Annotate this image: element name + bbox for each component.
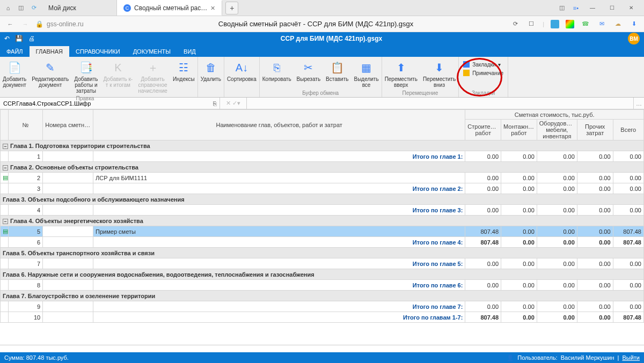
indexes-icon: ☷ xyxy=(176,60,191,75)
col-prochih[interactable]: Прочих затрат xyxy=(577,120,613,140)
group-6-header[interactable]: Глава 6. Наружные сети и сооружения водо… xyxy=(1,269,644,280)
select-all-button[interactable]: ▦Выделить все xyxy=(351,57,381,90)
cut-button[interactable]: ✂Вырезать xyxy=(294,57,323,90)
home-icon[interactable]: ⌂ xyxy=(3,3,13,13)
status-bar: Сумма: 807.48 тыс.руб. 👤 Пользователь: В… xyxy=(0,352,644,363)
group-2-header[interactable]: −Глава 2. Основные объекты строительства xyxy=(1,162,644,173)
table-row[interactable]: 10Итого по главам 1-7:807.480.000.000.00… xyxy=(1,312,644,323)
add-document-button[interactable]: 📄Добавить документ xyxy=(0,57,29,95)
browser-titlebar: ⌂ ◫ ⟳ Мой диск С Сводный сметный рас… ✕ … xyxy=(0,0,644,16)
col-no[interactable]: № xyxy=(8,110,43,140)
collapse-icon[interactable]: − xyxy=(3,144,8,149)
coeff-icon: K xyxy=(111,60,126,75)
print-icon[interactable]: 🖨 xyxy=(28,35,35,42)
ext-2-icon[interactable] xyxy=(566,20,574,28)
tab-file[interactable]: ФАЙЛ xyxy=(0,46,30,57)
group-4-header[interactable]: −Глава 4. Объекты энергетического хозяйс… xyxy=(1,216,644,226)
bookmark-icon[interactable]: ☐ xyxy=(526,19,536,29)
undo-icon[interactable]: ↶ xyxy=(4,35,10,42)
group-5-header[interactable]: Глава 5. Объекты транспортного хозяйства… xyxy=(1,248,644,258)
table-row-selected[interactable]: ▤5Пример сметы807.480.000.000.00807.48 xyxy=(1,226,644,237)
refresh-icon[interactable]: ⟳ xyxy=(29,3,39,13)
group-3-header[interactable]: Глава 3. Объекты подсобного и обслуживаю… xyxy=(1,194,644,205)
bookmark-icon xyxy=(463,61,470,68)
tab-home[interactable]: ГЛАВНАЯ xyxy=(30,46,69,57)
note-button[interactable]: Примечание xyxy=(459,69,508,77)
paste-button[interactable]: 📋Вставить xyxy=(323,57,351,90)
doc-icon: ▤ xyxy=(1,226,9,237)
maximize-button[interactable]: ☐ xyxy=(604,5,619,11)
group-pravka-caption: Правка xyxy=(0,95,170,102)
table-row[interactable]: 3Итого по главе 2:0.000.000.000.000.00 xyxy=(1,183,644,194)
ext-1-icon[interactable] xyxy=(551,20,559,28)
collapse-icon[interactable]: − xyxy=(3,165,8,171)
copy-button[interactable]: ⎘Копировать xyxy=(260,57,294,90)
table-row[interactable]: 6Итого по главе 4:807.480.000.000.00807.… xyxy=(1,237,644,248)
tab-doc[interactable]: ДОКУМЕНТЫ xyxy=(127,46,177,57)
scissors-icon: ✂ xyxy=(301,60,316,75)
browser-tab-1[interactable]: Мой диск xyxy=(42,0,117,16)
group-1-header[interactable]: −Глава 1. Подготовка территории строител… xyxy=(1,140,644,151)
indexes-button[interactable]: ☷Индексы xyxy=(170,57,197,95)
panel-icon[interactable]: ◫ xyxy=(557,3,567,13)
tab-close-icon[interactable]: ✕ xyxy=(210,5,215,12)
table-row[interactable]: 7Итого по главе 5:0.000.000.000.000.00 xyxy=(1,258,644,269)
copy-path-icon[interactable]: ⎘ xyxy=(210,99,219,108)
ribbon: 📄Добавить документ ✎Редактировать докуме… xyxy=(0,57,644,98)
tab-view[interactable]: ВИД xyxy=(177,46,202,57)
collapse-icon[interactable]: − xyxy=(3,219,8,224)
mail-icon[interactable]: ✉ xyxy=(597,19,606,29)
doc-icon: ▤ xyxy=(1,173,9,183)
download-icon[interactable]: ⬇ xyxy=(629,19,639,29)
table-row[interactable]: 1Итого по главе 1:0.000.000.000.000.00 xyxy=(1,151,644,162)
ref-calc-icon: ＋ xyxy=(145,60,160,75)
table-row[interactable]: ▤2ЛСР для БИМ11110.000.000.000.000.00 xyxy=(1,173,644,183)
col-vsego[interactable]: Всего xyxy=(613,120,643,140)
document-title: ССР для БИМ (МДС 421пр).gsgx xyxy=(35,35,628,42)
whatsapp-icon[interactable]: ☎ xyxy=(581,19,590,29)
add-works-button[interactable]: 📑Добавить работы и затраты xyxy=(71,57,100,95)
expand-formula-icon[interactable]: … xyxy=(634,100,644,107)
move-up-button[interactable]: ⬆Переместить вверх xyxy=(382,57,420,90)
col-montazh[interactable]: Монтажных работ xyxy=(501,120,537,140)
browser-tab-2[interactable]: С Сводный сметный рас… ✕ xyxy=(117,0,222,16)
address-bar: ← → 🔒 gss-online.ru Сводный сметный расч… xyxy=(0,16,644,32)
tab-ref[interactable]: СПРАВОЧНИКИ xyxy=(69,46,127,57)
table-row[interactable]: 8Итого по главе 6:0.000.000.000.000.00 xyxy=(1,280,644,291)
reload-icon[interactable]: ⟳ xyxy=(510,19,520,29)
forward-icon[interactable]: → xyxy=(20,19,30,29)
url-box[interactable]: 🔒 gss-online.ru xyxy=(35,20,121,28)
fx-cancel-icon: ✕ xyxy=(226,100,231,107)
col-nums[interactable]: Номера сметных расчетов и смет xyxy=(43,110,93,140)
minimize-button[interactable]: — xyxy=(585,5,600,11)
bookmarks-button[interactable]: Закладки ▾ xyxy=(459,60,508,69)
status-sum: Сумма: 807.48 тыс.руб. xyxy=(4,354,69,361)
main-grid[interactable]: № Номера сметных расчетов и смет Наимено… xyxy=(0,109,644,345)
clipboard-icon: 📋 xyxy=(330,60,345,75)
col-oborud[interactable]: Оборудования, мебели, инвентаря xyxy=(537,120,577,140)
menu-icon[interactable]: ≡• xyxy=(571,3,581,13)
group-move-caption: Перемещение xyxy=(382,90,459,97)
back-icon[interactable]: ← xyxy=(5,19,15,29)
edit-document-button[interactable]: ✎Редактировать документ xyxy=(29,57,71,95)
formula-input[interactable] xyxy=(247,100,633,107)
logout-link[interactable]: Выйти xyxy=(622,354,640,361)
add-works-icon: 📑 xyxy=(78,60,93,75)
group-7-header[interactable]: Глава 7. Благоустройство и озеленение те… xyxy=(1,291,644,301)
save-icon[interactable]: 💾 xyxy=(15,35,23,42)
bread-icon[interactable]: ☁ xyxy=(613,19,623,29)
col-stroit[interactable]: Строительных работ xyxy=(465,120,501,140)
table-row[interactable]: 4Итого по главе 3:0.000.000.000.000.00 xyxy=(1,205,644,216)
close-button[interactable]: ✕ xyxy=(624,5,639,11)
delete-button[interactable]: 🗑Удалить xyxy=(198,57,224,95)
sort-button[interactable]: A↓Сортировка xyxy=(224,57,259,95)
col-name[interactable]: Наименование глав, объектов, работ и зат… xyxy=(93,110,465,140)
group-clipboard-caption: Буфер обмена xyxy=(260,90,382,97)
new-tab-button[interactable]: + xyxy=(225,2,238,14)
add-document-icon: 📄 xyxy=(7,60,22,75)
table-row[interactable]: 9Итого по главе 7:0.000.000.000.000.00 xyxy=(1,301,644,312)
user-avatar[interactable]: ВМ xyxy=(628,33,640,45)
move-down-button[interactable]: ⬇Переместить вниз xyxy=(420,57,458,90)
select-all-icon: ▦ xyxy=(359,60,374,75)
new-window-icon[interactable]: ◫ xyxy=(16,3,26,13)
